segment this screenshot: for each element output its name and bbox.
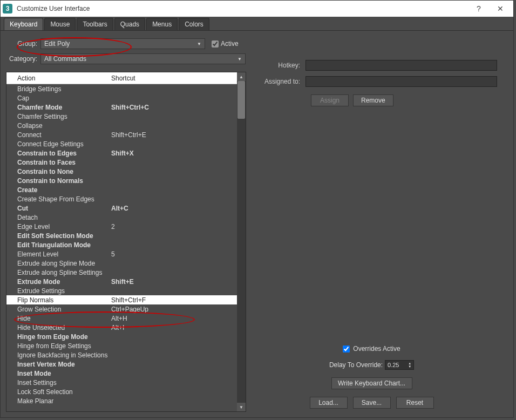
table-row[interactable]: Create: [6, 185, 237, 194]
table-row[interactable]: Collapse: [6, 121, 237, 130]
overrides-checkbox[interactable]: [343, 346, 350, 353]
table-row[interactable]: Hide UnselectedAlt+I: [6, 323, 237, 332]
scroll-up-button[interactable]: ▲: [237, 72, 246, 81]
action-cell: Grow Selection: [17, 306, 109, 313]
table-row[interactable]: Ignore Backfacing in Selections: [6, 350, 237, 360]
action-cell: Cap: [17, 94, 109, 102]
table-row[interactable]: CutAlt+C: [6, 204, 237, 213]
active-checkbox-wrap[interactable]: Active: [212, 40, 246, 48]
table-row[interactable]: Insert Vertex Mode: [6, 360, 237, 369]
assign-remove-row: Assign Remove: [257, 94, 508, 106]
table-row[interactable]: Connect Edge Settings: [6, 139, 237, 148]
action-cell: Constrain to None: [17, 168, 109, 175]
table-row[interactable]: HideAlt+H: [6, 314, 237, 323]
right-column: Hotkey: Assigned to: Assign Remove Overr…: [257, 38, 508, 412]
shortcut-cell: Shift+Ctrl+F: [109, 296, 237, 304]
overrides-checkbox-wrap[interactable]: Overrides Active: [343, 345, 400, 353]
action-cell: Constrain to Normals: [17, 177, 109, 185]
table-row[interactable]: Edit Triangulation Mode: [6, 240, 237, 249]
table-row[interactable]: Extrude Settings: [6, 286, 237, 295]
action-cell: Hide: [17, 315, 109, 322]
delay-spinner[interactable]: 0.25 ▲▼: [385, 360, 414, 370]
action-cell: Edit Triangulation Mode: [17, 241, 109, 249]
table-row[interactable]: Chamfer ModeShift+Ctrl+C: [6, 103, 237, 112]
table-row[interactable]: Hinge from Edge Mode: [6, 332, 237, 341]
action-cell: Element Level: [17, 250, 109, 258]
tab-menus[interactable]: Menus: [146, 18, 178, 30]
table-row[interactable]: Grow SelectionCtrl+PageUp: [6, 304, 237, 314]
close-button[interactable]: ✕: [490, 1, 511, 16]
hotkey-row: Hotkey:: [257, 60, 508, 71]
action-cell: Extrude Mode: [17, 278, 109, 286]
table-row[interactable]: Detach: [6, 213, 237, 222]
table-row[interactable]: Edit Soft Selection Mode: [6, 231, 237, 240]
table-row[interactable]: Hinge from Edge Settings: [6, 341, 237, 350]
table-row[interactable]: Make Planar: [6, 396, 237, 405]
table-row[interactable]: Inset Settings: [6, 378, 237, 387]
save-button[interactable]: Save...: [353, 397, 391, 409]
app-icon: 3: [3, 4, 12, 13]
table-row[interactable]: Lock Soft Selection: [6, 387, 237, 396]
table-row[interactable]: Bridge Settings: [6, 84, 237, 93]
table-row[interactable]: Extrude along Spline Mode: [6, 259, 237, 268]
col-action[interactable]: Action: [6, 74, 109, 82]
table-row[interactable]: Flip NormalsShift+Ctrl+F: [6, 295, 237, 304]
hotkey-input[interactable]: [305, 60, 497, 71]
table-row[interactable]: ConnectShift+Ctrl+E: [6, 130, 237, 139]
shortcut-cell: Shift+E: [109, 278, 237, 286]
action-cell: Cut: [17, 205, 109, 212]
table-row[interactable]: Inset Mode: [6, 369, 237, 378]
action-cell: Hide Unselected: [17, 324, 109, 331]
table-row[interactable]: Constrain to Faces: [6, 158, 237, 167]
scroll-track[interactable]: [237, 81, 246, 403]
table-row[interactable]: Element Level5: [6, 249, 237, 259]
hotkey-label: Hotkey:: [257, 62, 305, 69]
group-dropdown[interactable]: Edit Poly ▼: [40, 38, 205, 49]
scroll-thumb[interactable]: [237, 81, 245, 119]
tab-keyboard[interactable]: Keyboard: [4, 18, 43, 30]
scrollbar[interactable]: ▲ ▼: [237, 72, 246, 411]
action-cell: Bridge Settings: [17, 85, 109, 93]
table-row[interactable]: Constrain to None: [6, 167, 237, 176]
spinner-arrows-icon[interactable]: ▲▼: [408, 362, 411, 368]
scroll-down-button[interactable]: ▼: [237, 403, 246, 411]
remove-button[interactable]: Remove: [353, 94, 393, 106]
action-cell: Inset Settings: [17, 379, 109, 387]
reset-button[interactable]: Reset: [396, 397, 434, 409]
table-row[interactable]: Extrude ModeShift+E: [6, 277, 237, 286]
assigned-row: Assigned to:: [257, 76, 508, 87]
tab-toolbars[interactable]: Toolbars: [77, 18, 113, 30]
bottom-button-row: Load... Save... Reset: [310, 397, 434, 409]
category-dropdown[interactable]: All Commands ▼: [40, 53, 246, 64]
shortcut-cell: Alt+C: [109, 205, 237, 212]
tab-colors[interactable]: Colors: [179, 18, 209, 30]
table-row[interactable]: Create Shape From Edges: [6, 194, 237, 204]
tab-mouse[interactable]: Mouse: [44, 18, 76, 30]
group-row: Group: Edit Poly ▼ Active: [6, 38, 246, 49]
category-label: Category:: [6, 55, 40, 63]
table-row[interactable]: Chamfer Settings: [6, 112, 237, 121]
action-cell: Constrain to Edges: [17, 150, 109, 157]
col-shortcut[interactable]: Shortcut: [109, 74, 237, 82]
tab-quads[interactable]: Quads: [114, 18, 145, 30]
write-chart-button[interactable]: Write Keyboard Chart...: [331, 377, 412, 389]
action-cell: Hinge from Edge Settings: [17, 342, 109, 350]
group-label: Group:: [6, 40, 40, 48]
shortcut-cell: 5: [109, 250, 237, 258]
table-row[interactable]: Cap: [6, 93, 237, 103]
lower-panel: Overrides Active Delay To Override: 0.25…: [257, 345, 508, 412]
load-button[interactable]: Load...: [310, 397, 348, 409]
action-cell: Extrude along Spline Mode: [17, 260, 109, 267]
left-column: Group: Edit Poly ▼ Active Category: All …: [6, 38, 246, 412]
table-row[interactable]: Extrude along Spline Settings: [6, 268, 237, 277]
shortcut-cell: 2: [109, 223, 237, 231]
table-row[interactable]: Constrain to EdgesShift+X: [6, 148, 237, 158]
delay-row: Delay To Override: 0.25 ▲▼: [329, 360, 414, 370]
table-row[interactable]: Edge Level2: [6, 222, 237, 231]
group-value: Edit Poly: [44, 40, 70, 48]
active-checkbox[interactable]: [212, 40, 219, 48]
assign-button[interactable]: Assign: [311, 94, 349, 106]
action-cell: Chamfer Mode: [17, 104, 109, 111]
help-button[interactable]: ?: [468, 1, 490, 16]
table-row[interactable]: Constrain to Normals: [6, 176, 237, 185]
